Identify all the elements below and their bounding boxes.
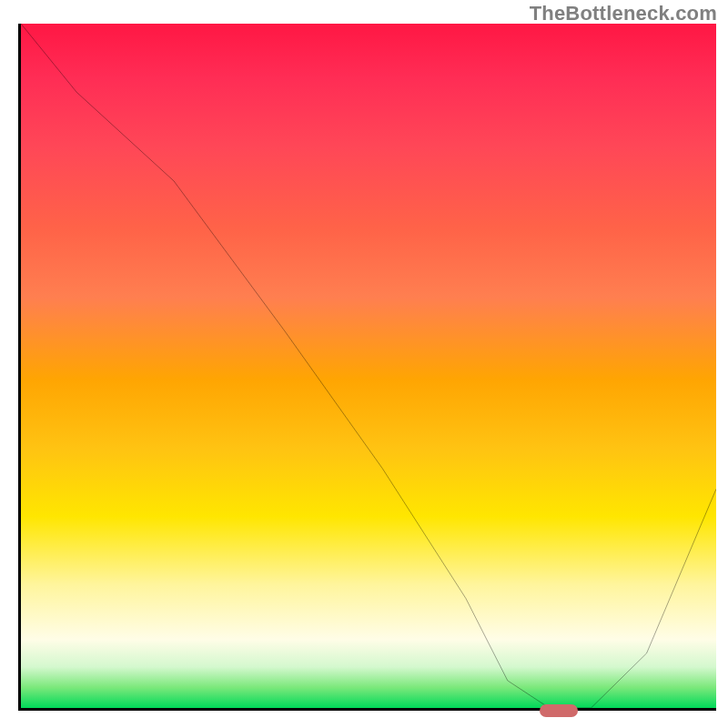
gradient-background bbox=[21, 24, 716, 708]
current-config-marker bbox=[540, 704, 578, 717]
watermark-text: TheBottleneck.com bbox=[530, 2, 717, 25]
plot-area bbox=[18, 24, 716, 711]
